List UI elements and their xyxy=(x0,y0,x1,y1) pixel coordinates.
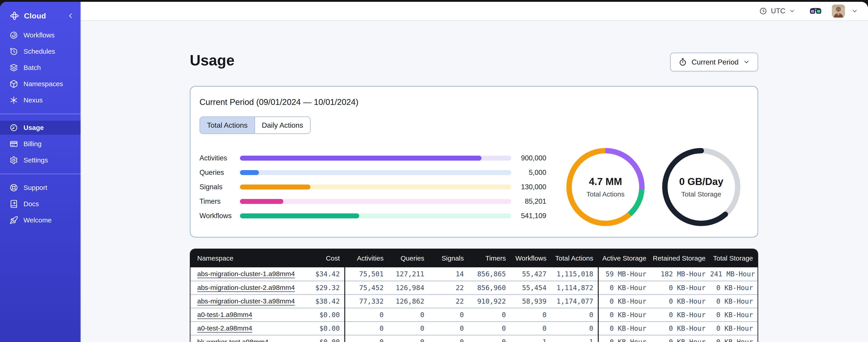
usage-icon xyxy=(9,124,18,132)
namespace-link[interactable]: a0-test-1.a98mm4 xyxy=(197,311,252,318)
sidebar-item-batch[interactable]: Batch xyxy=(0,61,81,75)
action-bar-workflows: Workflows541,109 xyxy=(199,209,546,223)
tab-total-actions[interactable]: Total Actions xyxy=(200,117,254,133)
workflows-icon xyxy=(9,31,18,39)
welcome-icon xyxy=(9,216,18,225)
docs-icon xyxy=(9,200,18,208)
column-header-activities: Activities xyxy=(345,249,388,267)
avatar[interactable] xyxy=(832,4,845,18)
card-title: Current Period (09/01/2024 — 10/01/2024) xyxy=(199,98,748,107)
sidebar-item-namespaces[interactable]: Namespaces xyxy=(0,77,81,91)
table-cell: 0 KB-Hour xyxy=(598,321,651,335)
bar-fill xyxy=(240,156,482,161)
table-cell: 182 MB-Hour xyxy=(651,267,710,281)
bar-label: Activities xyxy=(199,154,240,162)
chevron-down-icon xyxy=(743,59,750,65)
table-cell: $0.00 xyxy=(303,321,345,335)
tab-daily-actions[interactable]: Daily Actions xyxy=(254,117,310,133)
table-cell: 1,115,018 xyxy=(551,267,598,281)
actions-tabs: Total ActionsDaily Actions xyxy=(199,116,311,134)
sidebar-item-nexus[interactable]: Nexus xyxy=(0,93,81,107)
schedules-icon xyxy=(9,47,18,56)
table-cell: 0 xyxy=(551,321,598,335)
table-cell: 0 KB-Hour xyxy=(651,281,710,295)
table-cell: 0 KB-Hour xyxy=(651,308,710,321)
table-cell: $0.00 xyxy=(303,335,345,342)
table-cell: 0 KB-Hour xyxy=(598,295,651,308)
table-cell: 1,174,077 xyxy=(551,295,598,308)
table-cell: 22 xyxy=(429,281,468,295)
namespace-link[interactable]: abs-migration-cluster-1.a98mm4 xyxy=(197,270,295,277)
period-selector-label: Current Period xyxy=(691,58,739,66)
column-header-queries: Queries xyxy=(388,249,429,267)
table-cell: 127,211 xyxy=(388,267,429,281)
donut-value: 4.7 MM xyxy=(589,176,622,187)
app-window: Cloud WorkflowsSchedulesBatchNamespacesN… xyxy=(0,2,868,342)
sidebar-item-settings[interactable]: Settings xyxy=(0,153,81,167)
namespace-link[interactable]: bk-worker-test.a98mm4 xyxy=(197,338,269,342)
period-selector-button[interactable]: Current Period xyxy=(670,53,758,71)
table-cell: 0 xyxy=(510,321,551,335)
timezone-selector[interactable]: UTC xyxy=(759,7,795,15)
sidebar-item-label: Schedules xyxy=(24,47,55,55)
table-row: bk-worker-test.a98mm4$0.000000110 KB-Hou… xyxy=(190,335,757,342)
sidebar-item-welcome[interactable]: Welcome xyxy=(0,213,81,227)
sidebar-item-billing[interactable]: Billing xyxy=(0,137,81,151)
table-cell: 0 xyxy=(388,321,429,335)
sidebar-item-usage[interactable]: Usage xyxy=(0,121,81,135)
column-header-workflows: Workflows xyxy=(510,249,551,267)
table-cell: $0.00 xyxy=(303,308,345,321)
current-period-card: Current Period (09/01/2024 — 10/01/2024)… xyxy=(190,86,758,238)
sidebar-item-label: Docs xyxy=(24,200,39,208)
sidebar-item-docs[interactable]: Docs xyxy=(0,197,81,211)
table-cell: 22 xyxy=(429,295,468,308)
namespaces-icon xyxy=(9,80,18,88)
table-cell: 910,922 xyxy=(468,295,510,308)
column-header-namespace: Namespace xyxy=(190,249,303,267)
sidebar-brand: Cloud xyxy=(0,2,81,27)
sidebar-item-label: Batch xyxy=(24,64,41,71)
sidebar-item-label: Namespaces xyxy=(24,80,63,88)
table-cell: 0 xyxy=(551,308,598,321)
sidebar-item-label: Billing xyxy=(24,140,41,148)
namespace-link[interactable]: abs-migration-cluster-3.a98mm4 xyxy=(197,297,295,305)
bar-label: Workflows xyxy=(199,212,240,220)
table-cell: 856,865 xyxy=(468,267,510,281)
table-cell: 59 MB-Hour xyxy=(598,267,651,281)
sidebar-item-schedules[interactable]: Schedules xyxy=(0,44,81,59)
sidebar-item-workflows[interactable]: Workflows xyxy=(0,28,81,42)
table-cell: 1 xyxy=(551,335,598,342)
table-cell: 0 KB-Hour xyxy=(598,335,651,342)
brand-label: Cloud xyxy=(24,11,46,20)
table-cell: 0 KB-Hour xyxy=(710,321,757,335)
bar-track xyxy=(240,156,511,161)
table-cell: $34.42 xyxy=(303,267,345,281)
namespace-link[interactable]: a0-test-2.a98mm4 xyxy=(197,324,252,332)
bar-track xyxy=(240,199,511,204)
column-header-active-storage: Active Storage xyxy=(598,249,651,267)
table-cell: 856,960 xyxy=(468,281,510,295)
donut-total-storage: 0 GB/DayTotal Storage xyxy=(661,147,742,228)
table-cell: 14 xyxy=(429,267,468,281)
table-cell: 0 KB-Hour xyxy=(710,308,757,321)
table-row: a0-test-1.a98mm4$0.000000000 KB-Hour0 KB… xyxy=(190,308,757,321)
bar-track xyxy=(240,213,511,218)
chevron-down-icon xyxy=(789,8,795,14)
table-cell: 0 KB-Hour xyxy=(710,295,757,308)
sidebar-nav: WorkflowsSchedulesBatchNamespacesNexusUs… xyxy=(0,27,81,228)
account-menu-button[interactable] xyxy=(851,8,858,14)
glasses-icon[interactable] xyxy=(810,6,822,16)
table-cell: 0 xyxy=(429,308,468,321)
table-cell: 0 KB-Hour xyxy=(651,321,710,335)
sidebar-divider xyxy=(0,114,81,114)
table-header-row: NamespaceCostActivitiesQueriesSignalsTim… xyxy=(190,249,757,267)
bar-track xyxy=(240,184,511,190)
table-cell: $29.32 xyxy=(303,281,345,295)
desktop: { "topbar": { "timezone": "UTC" }, "side… xyxy=(0,0,868,342)
sidebar-item-support[interactable]: Support xyxy=(0,181,81,195)
table-row: a0-test-2.a98mm4$0.000000000 KB-Hour0 KB… xyxy=(190,321,757,335)
timezone-label: UTC xyxy=(771,7,785,15)
sidebar-collapse-button[interactable] xyxy=(67,12,74,20)
sidebar-item-label: Support xyxy=(24,184,47,192)
namespace-link[interactable]: abs-migration-cluster-2.a98mm4 xyxy=(197,284,295,291)
